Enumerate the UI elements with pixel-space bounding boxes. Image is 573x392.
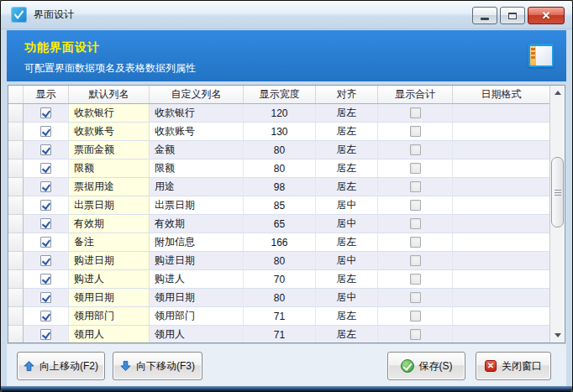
- display-width-cell[interactable]: 71: [244, 326, 316, 342]
- display-width-cell[interactable]: 80: [244, 159, 316, 178]
- header-display[interactable]: 显示: [24, 86, 69, 103]
- custom-name-cell[interactable]: 领用日期: [150, 289, 244, 307]
- row-selector[interactable]: [8, 159, 24, 178]
- display-width-cell[interactable]: 65: [244, 215, 316, 233]
- row-selector[interactable]: [8, 196, 24, 215]
- custom-name-cell[interactable]: 购进人: [150, 270, 244, 289]
- default-name-cell[interactable]: 出票日期: [69, 196, 150, 215]
- show-total-cell[interactable]: [378, 178, 453, 196]
- default-name-cell[interactable]: 限额: [69, 159, 150, 178]
- display-checkbox[interactable]: [40, 126, 51, 137]
- show-total-checkbox[interactable]: [410, 218, 421, 229]
- date-format-cell[interactable]: [453, 123, 549, 141]
- display-cell[interactable]: [24, 178, 69, 196]
- show-total-cell[interactable]: [378, 307, 453, 326]
- custom-name-cell[interactable]: 购进日期: [150, 252, 244, 270]
- custom-name-cell[interactable]: 金额: [150, 141, 244, 159]
- custom-name-cell[interactable]: 出票日期: [150, 196, 244, 215]
- date-format-cell[interactable]: [453, 196, 549, 215]
- date-format-cell[interactable]: [453, 233, 549, 252]
- header-custom-name[interactable]: 自定义列名: [150, 86, 244, 103]
- date-format-cell[interactable]: [453, 104, 549, 123]
- show-total-cell[interactable]: [378, 123, 453, 141]
- align-cell[interactable]: 居中: [316, 252, 378, 270]
- display-width-cell[interactable]: 71: [244, 307, 316, 326]
- display-cell[interactable]: [24, 233, 69, 252]
- custom-name-cell[interactable]: 收款银行: [150, 104, 244, 123]
- display-cell[interactable]: [24, 326, 69, 342]
- display-width-cell[interactable]: 130: [244, 123, 316, 141]
- row-selector[interactable]: [8, 233, 24, 252]
- default-name-cell[interactable]: 收款银行: [69, 104, 150, 123]
- show-total-checkbox[interactable]: [410, 200, 421, 211]
- custom-name-cell[interactable]: 领用部门: [150, 307, 244, 326]
- show-total-checkbox[interactable]: [410, 311, 421, 321]
- row-selector[interactable]: [8, 307, 24, 326]
- display-cell[interactable]: [24, 270, 69, 289]
- show-total-checkbox[interactable]: [410, 163, 421, 174]
- align-cell[interactable]: 居左: [316, 326, 378, 342]
- display-checkbox[interactable]: [40, 292, 51, 303]
- vertical-scrollbar[interactable]: [549, 86, 565, 342]
- row-selector[interactable]: [8, 326, 24, 342]
- date-format-cell[interactable]: [453, 270, 549, 289]
- default-name-cell[interactable]: 购进日期: [69, 252, 150, 270]
- default-name-cell[interactable]: 票面金额: [69, 141, 150, 159]
- header-display-width[interactable]: 显示宽度: [244, 86, 316, 103]
- display-checkbox[interactable]: [40, 274, 51, 285]
- show-total-cell[interactable]: [378, 252, 453, 270]
- row-selector[interactable]: [8, 270, 24, 289]
- move-up-button[interactable]: 向上移动(F2): [17, 352, 105, 380]
- show-total-checkbox[interactable]: [410, 126, 421, 137]
- align-cell[interactable]: 居左: [316, 123, 378, 141]
- display-checkbox[interactable]: [40, 181, 51, 192]
- save-button[interactable]: 保存(S): [387, 352, 465, 380]
- header-align[interactable]: 对齐: [316, 86, 378, 103]
- display-width-cell[interactable]: 80: [244, 141, 316, 159]
- default-name-cell[interactable]: 备注: [69, 233, 150, 252]
- align-cell[interactable]: 居中: [316, 289, 378, 307]
- default-name-cell[interactable]: 领用人: [69, 326, 150, 342]
- row-selector[interactable]: [8, 215, 24, 233]
- default-name-cell[interactable]: 有效期: [69, 215, 150, 233]
- custom-name-cell[interactable]: 领用人: [150, 326, 244, 342]
- display-checkbox[interactable]: [40, 311, 51, 321]
- display-checkbox[interactable]: [40, 237, 51, 248]
- date-format-cell[interactable]: [453, 252, 549, 270]
- display-checkbox[interactable]: [40, 218, 51, 229]
- custom-name-cell[interactable]: 有效期: [150, 215, 244, 233]
- default-name-cell[interactable]: 收款账号: [69, 123, 150, 141]
- show-total-cell[interactable]: [378, 270, 453, 289]
- show-total-checkbox[interactable]: [410, 292, 421, 303]
- display-checkbox[interactable]: [40, 329, 51, 340]
- date-format-cell[interactable]: [453, 178, 549, 196]
- show-total-checkbox[interactable]: [410, 329, 421, 340]
- align-cell[interactable]: 居左: [316, 307, 378, 326]
- align-cell[interactable]: 居左: [316, 233, 378, 252]
- display-checkbox[interactable]: [40, 255, 51, 266]
- show-total-cell[interactable]: [378, 159, 453, 178]
- title-bar[interactable]: 界面设计 ✕: [1, 1, 572, 29]
- minimize-button[interactable]: [472, 7, 497, 24]
- display-cell[interactable]: [24, 196, 69, 215]
- row-selector[interactable]: [8, 123, 24, 141]
- show-total-cell[interactable]: [378, 215, 453, 233]
- display-width-cell[interactable]: 98: [244, 178, 316, 196]
- show-total-cell[interactable]: [378, 196, 453, 215]
- display-width-cell[interactable]: 120: [244, 104, 316, 123]
- display-cell[interactable]: [24, 289, 69, 307]
- header-default-name[interactable]: 默认列名: [69, 86, 150, 103]
- default-name-cell[interactable]: 领用日期: [69, 289, 150, 307]
- display-width-cell[interactable]: 85: [244, 196, 316, 215]
- display-checkbox[interactable]: [40, 144, 51, 155]
- date-format-cell[interactable]: [453, 215, 549, 233]
- display-cell[interactable]: [24, 141, 69, 159]
- align-cell[interactable]: 居中: [316, 215, 378, 233]
- custom-name-cell[interactable]: 用途: [150, 178, 244, 196]
- row-selector[interactable]: [8, 289, 24, 307]
- display-width-cell[interactable]: 80: [244, 289, 316, 307]
- display-width-cell[interactable]: 70: [244, 270, 316, 289]
- default-name-cell[interactable]: 领用部门: [69, 307, 150, 326]
- scroll-up-button[interactable]: [550, 86, 565, 100]
- date-format-cell[interactable]: [453, 307, 549, 326]
